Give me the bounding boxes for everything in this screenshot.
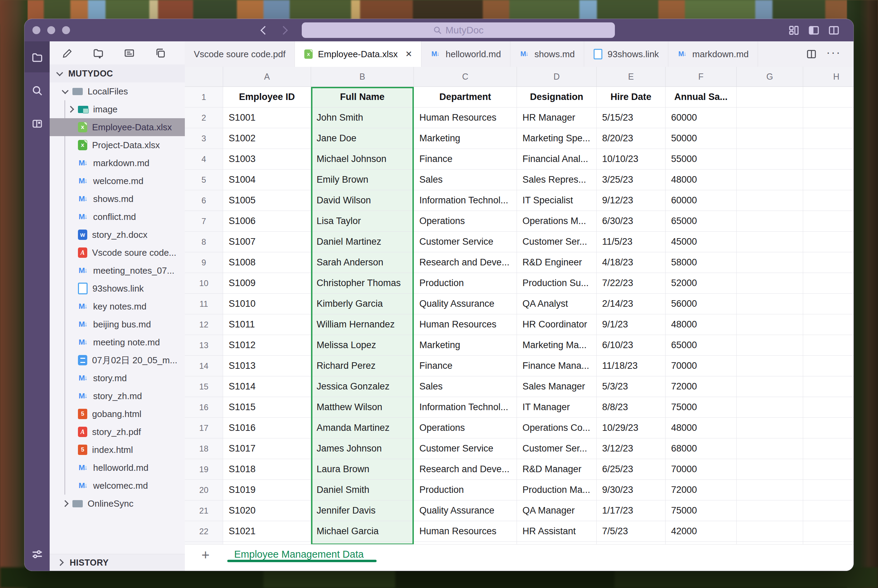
sheet-cell[interactable]: 6/30/23: [597, 211, 666, 232]
sheet-cell[interactable]: [803, 87, 854, 108]
sheet-cell[interactable]: Production: [414, 480, 517, 501]
sheet-cell[interactable]: 4/18/23: [597, 252, 666, 273]
search-input[interactable]: MutyDoc: [302, 22, 615, 38]
corner-cell[interactable]: [185, 67, 223, 87]
sheet-cell[interactable]: [517, 542, 597, 544]
sheet-cell[interactable]: S1020: [223, 501, 311, 521]
file-tree-item[interactable]: conflict.md: [50, 208, 185, 226]
close-tab-icon[interactable]: ✕: [405, 49, 412, 59]
sheet-cell[interactable]: Production: [414, 273, 517, 294]
sheet-cell[interactable]: 42000: [666, 521, 737, 542]
sheet-cell[interactable]: [803, 438, 854, 459]
column-header[interactable]: D: [517, 67, 597, 87]
sheet-cell[interactable]: William Hernandez: [311, 314, 414, 335]
sheet-cell[interactable]: S1008: [223, 252, 311, 273]
file-tree-item[interactable]: Project-Data.xlsx: [50, 136, 185, 154]
sheet-cell[interactable]: [803, 356, 854, 376]
file-tree-item[interactable]: Employee-Data.xlsx: [50, 118, 185, 136]
document-tab[interactable]: markdown.md: [668, 41, 758, 67]
sheet-cell[interactable]: Marketing: [414, 128, 517, 149]
sheet-cell[interactable]: S1010: [223, 294, 311, 314]
file-tree-item[interactable]: welcome.md: [50, 172, 185, 190]
sheet-cell[interactable]: Daniel Smith: [311, 480, 414, 501]
sheet-cell[interactable]: S1005: [223, 190, 311, 211]
row-header[interactable]: 10: [185, 273, 223, 294]
history-section-header[interactable]: HISTORY: [50, 554, 185, 571]
sheet-cell[interactable]: Information Technol...: [414, 190, 517, 211]
sheet-cell[interactable]: [803, 459, 854, 480]
sheet-cell[interactable]: 6/25/23: [597, 459, 666, 480]
sheet-cell[interactable]: [737, 376, 803, 397]
sheet-cell[interactable]: 48000: [666, 418, 737, 438]
sheet-cell[interactable]: Full Name: [311, 87, 414, 108]
sheet-cell[interactable]: Quality Assurance: [414, 501, 517, 521]
file-tree-item[interactable]: OnlineSync: [50, 495, 185, 513]
sheet-cell[interactable]: 9/1/23: [597, 314, 666, 335]
sheet-cell[interactable]: Production Su...: [517, 273, 597, 294]
sheet-cell[interactable]: Human Resources: [414, 108, 517, 128]
sheet-cell[interactable]: S1001: [223, 108, 311, 128]
sheet-cell[interactable]: James Johnson: [311, 438, 414, 459]
sheet-cell[interactable]: S1003: [223, 149, 311, 170]
new-note-icon[interactable]: [62, 48, 73, 58]
sheet-cell[interactable]: Matthew Wilson: [311, 397, 414, 418]
file-tree-item[interactable]: story_zh.pdf: [50, 423, 185, 441]
sheet-cell[interactable]: 10/10/23: [597, 149, 666, 170]
sheet-cell[interactable]: [803, 397, 854, 418]
sheet-cell[interactable]: [737, 314, 803, 335]
sheet-cell[interactable]: Operations Co...: [517, 418, 597, 438]
search-sidebar-icon[interactable]: [24, 85, 50, 96]
sheet-cell[interactable]: 1/17/23: [597, 501, 666, 521]
sheet-tab[interactable]: Employee Management Data: [234, 549, 364, 560]
sheet-cell[interactable]: S1019: [223, 480, 311, 501]
document-tab[interactable]: shows.md: [510, 41, 584, 67]
sheet-cell[interactable]: [737, 501, 803, 521]
sheet-cell[interactable]: S1006: [223, 211, 311, 232]
sheet-cell[interactable]: [803, 232, 854, 252]
sheet-cell[interactable]: Laura Brown: [311, 459, 414, 480]
file-tree-item[interactable]: Vscode soure code...: [50, 244, 185, 262]
sheet-cell[interactable]: [803, 190, 854, 211]
sheet-cell[interactable]: [737, 356, 803, 376]
file-tree-item[interactable]: welcomec.md: [50, 477, 185, 495]
sheet-cell[interactable]: [803, 314, 854, 335]
column-header[interactable]: A: [223, 67, 311, 87]
file-tree-item[interactable]: key notes.md: [50, 297, 185, 315]
sheet-cell[interactable]: David Wilson: [311, 190, 414, 211]
sheet-cell[interactable]: Operations: [414, 211, 517, 232]
sheet-cell[interactable]: [737, 521, 803, 542]
sheet-cell[interactable]: 65000: [666, 335, 737, 356]
sheet-cell[interactable]: [737, 438, 803, 459]
row-header[interactable]: 22: [185, 521, 223, 542]
row-header[interactable]: 5: [185, 170, 223, 190]
document-tab[interactable]: Vscode soure code.pdf: [185, 41, 295, 67]
sheet-cell[interactable]: Finance: [414, 149, 517, 170]
sheet-cell[interactable]: Human Resources: [414, 521, 517, 542]
sheet-cell[interactable]: [737, 232, 803, 252]
sheet-cell[interactable]: [737, 252, 803, 273]
file-tree-item[interactable]: story_zh.docx: [50, 226, 185, 244]
sheet-cell[interactable]: 5/3/23: [597, 376, 666, 397]
sheet-cell[interactable]: [803, 170, 854, 190]
close-window-button[interactable]: [32, 26, 41, 34]
sheet-cell[interactable]: Daniel Martinez: [311, 232, 414, 252]
sheet-cell[interactable]: [311, 542, 414, 544]
row-header[interactable]: 7: [185, 211, 223, 232]
sheet-cell[interactable]: [803, 335, 854, 356]
sheet-cell[interactable]: 60000: [666, 108, 737, 128]
sheet-cell[interactable]: John Smith: [311, 108, 414, 128]
sheet-cell[interactable]: [803, 542, 854, 544]
sheet-cell[interactable]: 8/20/23: [597, 128, 666, 149]
sheet-cell[interactable]: Sarah Anderson: [311, 252, 414, 273]
sheet-cell[interactable]: HR Coordinator: [517, 314, 597, 335]
file-tree-item[interactable]: story_zh.md: [50, 387, 185, 405]
sheet-cell[interactable]: [803, 376, 854, 397]
more-options-icon[interactable]: ···: [826, 46, 841, 62]
row-header[interactable]: 8: [185, 232, 223, 252]
file-tree-item[interactable]: LocalFiles: [50, 82, 185, 100]
sheet-cell[interactable]: 5/15/23: [597, 108, 666, 128]
sheet-cell[interactable]: Quality Assurance: [414, 294, 517, 314]
sheet-cell[interactable]: [223, 542, 311, 544]
add-sheet-button[interactable]: +: [198, 548, 213, 562]
files-icon[interactable]: [24, 51, 50, 63]
